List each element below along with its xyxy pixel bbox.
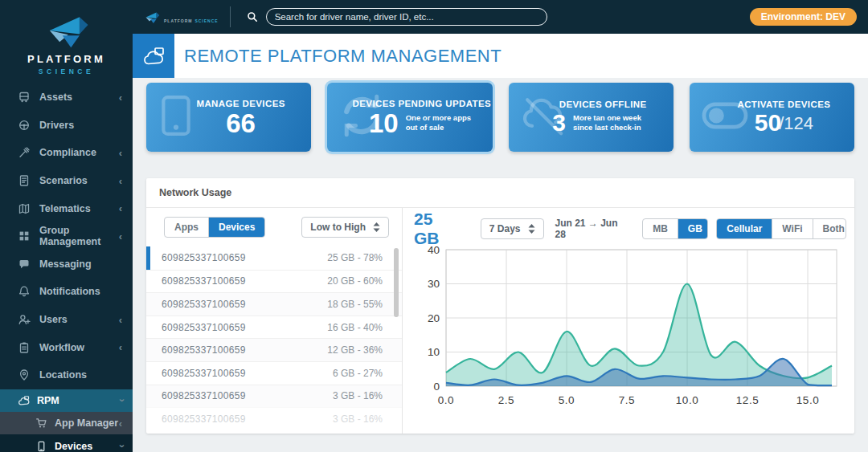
sidebar-item-compliance[interactable]: Compliance‹ bbox=[0, 139, 133, 167]
network-cellular[interactable]: Cellular bbox=[717, 219, 772, 238]
network-both[interactable]: Both bbox=[813, 219, 846, 238]
device-row[interactable]: 6098253371006593 GB - 16% bbox=[146, 385, 402, 408]
sidebar-item-assets[interactable]: Assets‹ bbox=[0, 83, 133, 112]
device-row[interactable]: 60982533710065925 GB - 78% bbox=[146, 246, 402, 270]
sidebar-item-label: Compliance bbox=[39, 147, 96, 158]
chevron-left-icon: ‹ bbox=[119, 176, 122, 186]
device-id: 609825337100659 bbox=[162, 299, 246, 310]
topbar-divider bbox=[230, 6, 231, 27]
date-range: Jun 21 → Jun 28 bbox=[555, 218, 627, 240]
devices-offline-card[interactable]: DEVICES OFFLINE 3 More tan one week sinc… bbox=[509, 83, 674, 152]
sidebar-item-messaging[interactable]: Messaging bbox=[0, 250, 133, 279]
device-usage: 6 GB - 27% bbox=[333, 368, 383, 379]
device-row[interactable]: 60982533710065912 GB - 36% bbox=[146, 338, 402, 361]
sidebar-item-locations[interactable]: Locations bbox=[0, 361, 133, 389]
svg-text:15.0: 15.0 bbox=[796, 394, 819, 406]
sidebar-item-group-management[interactable]: Group Management‹ bbox=[0, 222, 133, 250]
network-usage-panel: Network Usage AppsDevices Low to High 60… bbox=[146, 178, 854, 434]
search-input[interactable] bbox=[266, 8, 547, 26]
drivers-icon bbox=[18, 119, 31, 132]
sidebar-item-label: Locations bbox=[39, 369, 87, 381]
rpm-title-icon-box bbox=[133, 34, 174, 78]
device-row[interactable]: 60982533710065918 GB - 55% bbox=[146, 292, 402, 316]
device-id: 609825337100659 bbox=[162, 275, 246, 287]
assets-icon bbox=[18, 91, 31, 104]
activate-devices-card[interactable]: ACTIVATE DEVICES 50 /124 bbox=[690, 83, 854, 152]
sidebar-item-users[interactable]: Users‹ bbox=[0, 306, 133, 334]
device-row[interactable]: 6098253371006593 GB - 16% bbox=[146, 407, 402, 430]
unit-mb[interactable]: MB bbox=[643, 219, 678, 238]
unit-toggle: MBGB bbox=[642, 218, 708, 239]
brand-logo: PLATFORM SCIENCE bbox=[0, 0, 133, 83]
sort-updown-icon bbox=[373, 222, 380, 232]
svg-text:2.5: 2.5 bbox=[498, 394, 514, 406]
toggle-devices[interactable]: Devices bbox=[209, 218, 264, 237]
brand-science-text: SCIENCE bbox=[39, 67, 94, 75]
sidebar-item-label: RPM bbox=[37, 395, 59, 406]
topbar-brand-platform: PLATFORM bbox=[164, 18, 192, 23]
svg-text:40: 40 bbox=[428, 244, 440, 256]
range-dropdown[interactable]: 7 Days bbox=[481, 218, 544, 239]
chevron-left-icon: ‹ bbox=[119, 92, 122, 103]
card-title: ACTIVATE DEVICES bbox=[737, 100, 830, 109]
sidebar-item-label: Notifications bbox=[39, 286, 100, 297]
svg-text:10.0: 10.0 bbox=[676, 394, 698, 406]
network-usage-chart: 0102030400.02.55.07.510.012.515.0 bbox=[414, 243, 846, 417]
device-row[interactable]: 60982533710065920 GB - 60% bbox=[146, 270, 402, 293]
sort-label: Low to High bbox=[310, 222, 366, 233]
notifications-icon bbox=[18, 285, 31, 298]
network-wifi[interactable]: WiFi bbox=[772, 219, 813, 238]
device-usage: 16 GB - 40% bbox=[327, 322, 383, 333]
topbar: PLATFORM SCIENCE Environment: DEV bbox=[133, 0, 868, 34]
search-area bbox=[247, 8, 547, 26]
sidebar-item-notifications[interactable]: Notifications bbox=[0, 278, 133, 306]
sidebar-item-drivers[interactable]: Drivers bbox=[0, 112, 133, 140]
device-row[interactable]: 6098253371006596 GB - 27% bbox=[146, 361, 402, 385]
card-subtitle: More tan one week since last check-in bbox=[573, 113, 653, 133]
users-icon bbox=[18, 313, 31, 326]
unit-gb[interactable]: GB bbox=[678, 219, 709, 238]
group-management-icon bbox=[18, 230, 31, 242]
devices-pending-updates-card[interactable]: DEVICES PENDING UPDATES 10 One or more a… bbox=[327, 83, 492, 152]
sort-dropdown[interactable]: Low to High bbox=[301, 217, 389, 238]
chevron-left-icon: ‹ bbox=[119, 418, 122, 429]
rpm-icon bbox=[18, 394, 30, 406]
sidebar-item-app-manager[interactable]: App Manager‹ bbox=[0, 412, 133, 434]
device-usage: 20 GB - 60% bbox=[327, 275, 383, 287]
sidebar-item-scenarios[interactable]: Scenarios‹ bbox=[0, 167, 133, 195]
list-scrollbar[interactable] bbox=[394, 248, 399, 317]
svg-text:0.0: 0.0 bbox=[438, 394, 454, 406]
device-usage: 12 GB - 36% bbox=[327, 344, 383, 356]
chevron-left-icon: ‹ bbox=[119, 315, 122, 325]
card-subtitle: One or more apps out of sale bbox=[406, 113, 475, 133]
messaging-icon bbox=[18, 258, 31, 271]
device-id: 609825337100659 bbox=[162, 322, 246, 333]
platform-science-logo-icon bbox=[43, 12, 90, 49]
sidebar-item-telematics[interactable]: Telematics‹ bbox=[0, 194, 133, 222]
card-value: 10 bbox=[369, 110, 399, 136]
sidebar-item-label: Messaging bbox=[39, 259, 92, 270]
toggle-apps[interactable]: Apps bbox=[165, 218, 209, 237]
network-usage-title: Network Usage bbox=[146, 178, 854, 208]
title-bar: REMOTE PLATFORM MANAGEMENT bbox=[133, 34, 868, 78]
platform-science-mini-logo-icon bbox=[144, 10, 160, 24]
svg-text:10: 10 bbox=[428, 346, 440, 358]
scenarios-icon bbox=[18, 174, 31, 187]
chevron-down-icon: ‹ bbox=[115, 399, 125, 402]
sidebar-item-label: Group Management bbox=[39, 225, 119, 247]
telematics-icon bbox=[18, 202, 31, 215]
device-id: 609825337100659 bbox=[162, 368, 246, 379]
device-id: 609825337100659 bbox=[162, 413, 246, 425]
usage-total: 25 GB bbox=[414, 210, 460, 248]
card-value: 3 bbox=[552, 111, 566, 135]
sidebar: PLATFORM SCIENCE Assets‹DriversComplianc… bbox=[0, 0, 133, 452]
manage-devices-card[interactable]: MANAGE DEVICES 66 bbox=[146, 83, 311, 152]
sidebar-item-label: Drivers bbox=[39, 120, 74, 131]
sidebar-item-label: Telematics bbox=[39, 203, 91, 214]
sidebar-item-rpm[interactable]: RPM‹ bbox=[0, 389, 133, 412]
sidebar-item-workflow[interactable]: Workflow‹ bbox=[0, 333, 133, 361]
environment-badge: Environment: DEV bbox=[750, 8, 857, 26]
sidebar-item-devices[interactable]: Devices‹ bbox=[0, 434, 133, 452]
search-icon bbox=[247, 11, 258, 22]
device-row[interactable]: 60982533710065916 GB - 40% bbox=[146, 316, 402, 339]
